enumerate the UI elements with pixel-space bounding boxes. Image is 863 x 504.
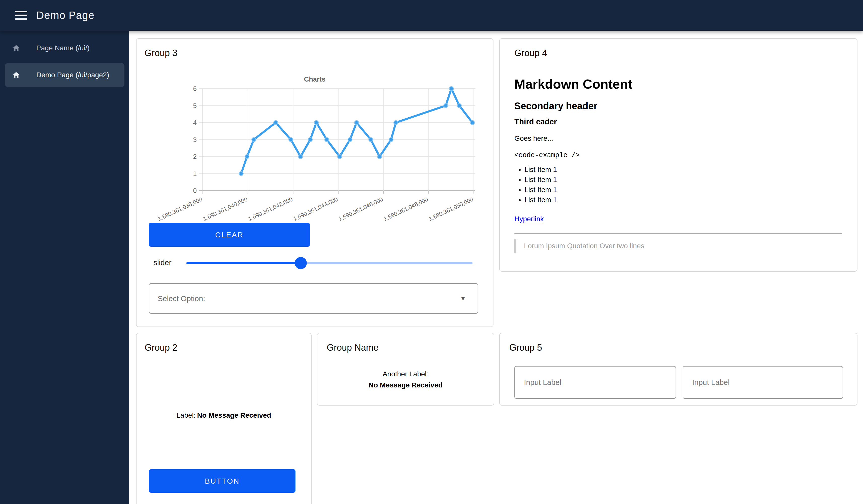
group2-title: Group 2 [145,343,177,353]
hamburger-menu-icon[interactable] [15,11,27,20]
svg-text:6: 6 [193,85,197,92]
list-item: List Item 1 [524,175,557,185]
blockquote: Lorum Ipsum Quotation Over two lines [514,239,645,253]
home-icon [12,44,20,52]
another-label-value: No Message Received [317,381,494,389]
slider-thumb[interactable] [295,257,307,269]
svg-text:0: 0 [193,187,197,194]
markdown-h2: Secondary header [514,101,597,112]
screen: Demo Page Page Name (/ui/) Demo Page (/u… [0,0,863,504]
svg-text:1,690,361,040,000: 1,690,361,040,000 [202,196,249,222]
app-title: Demo Page [36,9,95,22]
another-label: Another Label: [317,370,494,378]
svg-text:3: 3 [193,136,197,143]
group3-title: Group 3 [145,48,177,59]
svg-text:4: 4 [193,119,197,126]
clear-button[interactable]: CLEAR [149,223,310,247]
svg-text:1,690,361,046,000: 1,690,361,046,000 [337,196,384,222]
chevron-down-icon: ▼ [460,295,466,302]
group2-message: Label:No Message Received [137,411,311,419]
svg-text:1,690,361,044,000: 1,690,361,044,000 [292,196,339,222]
input-field-2[interactable] [683,366,843,399]
svg-text:1,690,361,050,000: 1,690,361,050,000 [428,196,474,222]
top-app-bar: Demo Page [0,0,863,31]
svg-text:1: 1 [193,170,197,178]
group-name-card: Group Name Another Label: No Message Rec… [317,333,494,405]
slider[interactable] [186,262,473,264]
svg-text:1,690,361,042,000: 1,690,361,042,000 [247,196,294,222]
group4-card: Group 4 Markdown Content Secondary heade… [499,38,858,272]
hyperlink[interactable]: Hyperlink [514,215,544,223]
list-item: List Item 1 [524,165,557,175]
slider-fill [186,262,301,264]
group5-title: Group 5 [509,343,542,353]
markdown-paragraph: Goes here... [514,134,553,142]
line-chart-svg: 01234561,690,361,038,0001,690,361,040,00… [137,72,490,238]
group2-card: Group 2 Label:No Message Received BUTTON [136,333,312,504]
group5-card: Group 5 [499,333,858,405]
sidebar-item-page-name[interactable]: Page Name (/ui/) [5,36,124,60]
svg-text:5: 5 [193,102,197,109]
group-name-title: Group Name [327,343,379,353]
markdown-h1: Markdown Content [514,77,632,92]
svg-text:2: 2 [193,153,197,160]
sidebar: Page Name (/ui/) Demo Page (/ui/page2) [0,31,129,504]
line-chart: 01234561,690,361,038,0001,690,361,040,00… [137,72,490,238]
sidebar-item-demo-page[interactable]: Demo Page (/ui/page2) [5,63,124,87]
select-option-label: Select Option: [158,294,205,303]
group3-card: Group 3 Charts 01234561,690,361,038,0001… [136,38,493,327]
home-icon [12,71,20,79]
slider-label: slider [153,258,172,267]
markdown-h3: Third eader [514,117,557,126]
group2-button[interactable]: BUTTON [149,469,296,493]
message-label: Label: [176,411,196,419]
list-item: List Item 1 [524,185,557,195]
divider [514,233,842,234]
message-value: No Message Received [197,411,271,419]
svg-text:1,690,361,038,000: 1,690,361,038,000 [157,196,203,222]
input-field-1[interactable] [514,366,676,399]
select-option-dropdown[interactable]: Select Option: ▼ [149,283,478,314]
svg-text:1,690,361,048,000: 1,690,361,048,000 [383,196,429,222]
blockquote-text: Lorum Ipsum Quotation Over two lines [524,242,645,250]
code-block: <code-example /> [514,152,580,159]
list-item: List Item 1 [524,195,557,205]
sidebar-item-label: Page Name (/ui/) [36,44,90,52]
markdown-list: List Item 1 List Item 1 List Item 1 List… [514,165,557,205]
group4-title: Group 4 [514,48,547,59]
sidebar-item-label: Demo Page (/ui/page2) [36,71,109,79]
